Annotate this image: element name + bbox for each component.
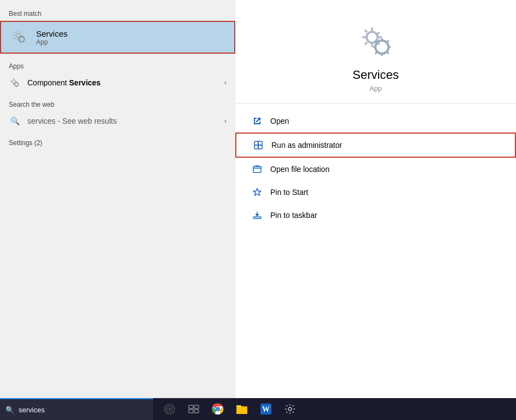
open-icon bbox=[252, 116, 263, 126]
svg-rect-15 bbox=[189, 405, 193, 409]
settings-label: Settings (2) bbox=[0, 136, 235, 149]
svg-rect-16 bbox=[194, 405, 199, 409]
taskbar-search-bar[interactable]: 🔍 services bbox=[0, 398, 153, 420]
svg-rect-10 bbox=[253, 166, 261, 172]
action-pin-to-start[interactable]: Pin to Start bbox=[235, 181, 516, 204]
apps-section: Apps Component Services › bbox=[0, 59, 235, 93]
svg-rect-8 bbox=[254, 145, 258, 149]
taskbar-chrome-icon[interactable] bbox=[207, 398, 229, 420]
action-pin-to-start-label: Pin to Start bbox=[270, 188, 308, 197]
services-item-name: Services bbox=[36, 29, 68, 38]
action-pin-to-taskbar[interactable]: Pin to taskbar bbox=[235, 204, 516, 227]
svg-text:W: W bbox=[262, 405, 270, 413]
settings-section: Settings (2) bbox=[0, 136, 235, 149]
services-item-text: Services App bbox=[36, 29, 68, 46]
svg-rect-6 bbox=[254, 141, 258, 145]
svg-rect-9 bbox=[258, 145, 262, 149]
best-match-label: Best match bbox=[0, 7, 235, 20]
taskbar-cortana-icon[interactable] bbox=[159, 398, 181, 420]
web-search-text: services - See web results bbox=[27, 117, 224, 125]
svg-rect-23 bbox=[236, 405, 241, 407]
taskbar-search-text: services bbox=[19, 406, 45, 414]
taskbar-icons: W bbox=[159, 398, 301, 420]
open-file-location-icon bbox=[252, 164, 263, 175]
svg-rect-18 bbox=[194, 410, 199, 413]
svg-point-21 bbox=[216, 407, 220, 411]
web-search-icon: 🔍 bbox=[9, 115, 21, 127]
svg-rect-11 bbox=[253, 217, 261, 218]
app-detail-name: Services bbox=[352, 68, 398, 82]
taskbar-task-view-icon[interactable] bbox=[183, 398, 205, 420]
taskbar-search-icon: 🔍 bbox=[5, 406, 14, 414]
best-match-services[interactable]: Services App bbox=[0, 21, 235, 54]
pin-to-taskbar-icon bbox=[252, 210, 263, 221]
taskbar-settings-icon[interactable] bbox=[279, 398, 301, 420]
services-icon bbox=[10, 27, 30, 47]
component-services-chevron: › bbox=[224, 79, 227, 87]
svg-rect-7 bbox=[258, 141, 262, 145]
svg-point-0 bbox=[16, 33, 20, 37]
component-services-icon bbox=[9, 77, 21, 89]
action-open-file-location[interactable]: Open file location bbox=[235, 158, 516, 181]
taskbar: 🔍 services bbox=[0, 398, 516, 420]
svg-point-26 bbox=[288, 407, 292, 411]
component-services-name: Component Services bbox=[27, 78, 224, 87]
services-detail-icon bbox=[357, 22, 395, 60]
services-item-type: App bbox=[36, 38, 68, 46]
app-detail-panel: Services App Open bbox=[235, 0, 516, 398]
component-services-item[interactable]: Component Services › bbox=[0, 72, 235, 93]
action-open[interactable]: Open bbox=[235, 110, 516, 133]
action-run-as-admin-label: Run as administrator bbox=[271, 141, 342, 149]
action-run-as-admin[interactable]: Run as administrator bbox=[235, 133, 516, 158]
taskbar-file-explorer-icon[interactable] bbox=[231, 398, 253, 420]
app-detail-header: Services App bbox=[235, 0, 516, 104]
web-search-item[interactable]: 🔍 services - See web results › bbox=[0, 111, 235, 131]
svg-rect-17 bbox=[189, 410, 193, 413]
search-results-panel: Best match Services App Apps bbox=[0, 0, 235, 398]
run-as-admin-icon bbox=[253, 140, 264, 151]
web-section: Search the web 🔍 services - See web resu… bbox=[0, 97, 235, 131]
app-detail-type: App bbox=[369, 84, 382, 93]
action-open-label: Open bbox=[270, 117, 289, 125]
web-chevron: › bbox=[224, 117, 227, 125]
action-list: Open Run as administrator bbox=[235, 104, 516, 232]
apps-label: Apps bbox=[0, 59, 235, 72]
svg-point-14 bbox=[169, 408, 171, 410]
svg-point-3 bbox=[15, 83, 19, 87]
action-pin-to-taskbar-label: Pin to taskbar bbox=[270, 211, 317, 220]
web-label: Search the web bbox=[0, 97, 235, 111]
pin-to-start-icon bbox=[252, 187, 263, 198]
svg-point-5 bbox=[375, 41, 389, 54]
action-open-file-location-label: Open file location bbox=[270, 165, 329, 174]
taskbar-word-icon[interactable]: W bbox=[255, 398, 277, 420]
